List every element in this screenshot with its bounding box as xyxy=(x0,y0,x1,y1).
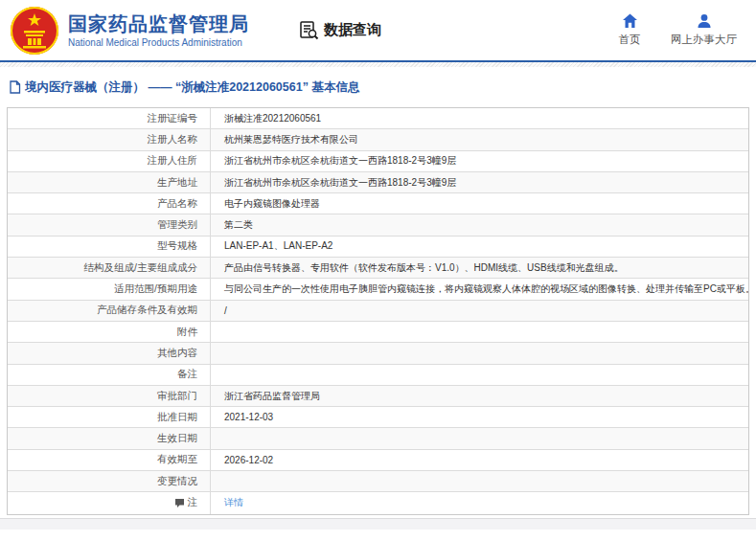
row-label: 审批部门 xyxy=(8,386,210,406)
table-row: 变更情况 xyxy=(8,471,748,492)
home-icon xyxy=(622,13,638,29)
agency-titles: 国家药品监督管理局 National Medical Products Admi… xyxy=(68,12,249,48)
table-row: 注册证编号浙械注准20212060561 xyxy=(8,108,748,129)
row-label: 产品储存条件及有效期 xyxy=(8,301,210,321)
row-label: 型号规格 xyxy=(8,237,210,257)
table-row: 其他内容 xyxy=(8,343,748,364)
row-value: 2021-12-03 xyxy=(210,407,748,427)
agency-title-en: National Medical Products Administration xyxy=(68,37,249,48)
row-value xyxy=(210,471,748,491)
row-value: 浙江省杭州市余杭区余杭街道文一西路1818-2号3幢9层 xyxy=(210,172,748,192)
table-row: 生效日期 xyxy=(8,428,748,449)
table-row: 注册人住所浙江省杭州市余杭区余杭街道文一西路1818-2号3幢9层 xyxy=(8,151,748,172)
table-row: 注详情 xyxy=(8,492,748,513)
nav-item-home[interactable]: 首页 xyxy=(613,13,646,47)
row-label: 结构及组成/主要组成成分 xyxy=(8,258,210,278)
row-label: 附件 xyxy=(8,322,210,342)
footer-bar xyxy=(0,518,756,530)
nav-label-service-hall: 网上办事大厅 xyxy=(671,33,737,47)
document-icon xyxy=(9,80,21,94)
site-header: 国家药品监督管理局 National Medical Products Admi… xyxy=(0,0,756,60)
agency-title-cn: 国家药品监督管理局 xyxy=(68,12,249,35)
table-row: 有效期至2026-12-02 xyxy=(8,450,748,471)
row-value xyxy=(210,365,748,385)
row-label: 有效期至 xyxy=(8,450,210,470)
row-value: 详情 xyxy=(210,492,748,513)
row-label: 注册人名称 xyxy=(8,129,210,149)
row-label: 备注 xyxy=(8,365,210,385)
row-label: 产品名称 xyxy=(8,193,210,214)
row-label: 管理类别 xyxy=(8,214,210,235)
row-value xyxy=(210,343,748,363)
table-row: 适用范围/预期用途与同公司生产的一次性使用电子胰胆管内窥镜连接，将内窥镜观察人体… xyxy=(8,279,748,300)
row-value: 浙江省药品监督管理局 xyxy=(210,386,748,406)
data-query-button[interactable]: 数据查询 xyxy=(299,20,381,40)
table-row: 结构及组成/主要组成成分产品由信号转换器、专用软件（软件发布版本号：V1.0）、… xyxy=(8,258,748,279)
row-value xyxy=(210,322,748,342)
row-value: 2026-12-02 xyxy=(210,450,748,470)
nmpa-logo: 国家药品监督管理局 National Medical Products Admi… xyxy=(10,6,249,56)
row-value: 电子内窥镜图像处理器 xyxy=(210,193,748,214)
row-value: LAN-EP-A1、LAN-EP-A2 xyxy=(210,237,748,257)
info-table: 注册证编号浙械注准20212060561注册人名称杭州莱恩瑟特医疗技术有限公司注… xyxy=(7,107,749,515)
nav-item-service-hall[interactable]: 网上办事大厅 xyxy=(671,13,737,47)
row-label: 其他内容 xyxy=(8,343,210,363)
row-value: 杭州莱恩瑟特医疗技术有限公司 xyxy=(210,129,748,149)
table-row: 型号规格LAN-EP-A1、LAN-EP-A2 xyxy=(8,237,748,258)
data-query-label: 数据查询 xyxy=(324,21,381,39)
row-value: 与同公司生产的一次性使用电子胰胆管内窥镜连接，将内窥镜观察人体体腔的视场区域的图… xyxy=(210,279,748,299)
row-label: 变更情况 xyxy=(8,471,210,491)
table-row: 审批部门浙江省药品监督管理局 xyxy=(8,386,748,407)
table-row: 附件 xyxy=(8,322,748,343)
table-row: 管理类别第二类 xyxy=(8,214,748,236)
table-row: 生产地址浙江省杭州市余杭区余杭街道文一西路1818-2号3幢9层 xyxy=(8,172,748,193)
note-icon xyxy=(174,498,185,508)
detail-link[interactable]: 详情 xyxy=(224,496,243,509)
row-value: 浙江省杭州市余杭区余杭街道文一西路1818-2号3幢9层 xyxy=(210,151,748,171)
breadcrumb: 境内医疗器械（注册） —— “浙械注准20212060561” 基本信息 xyxy=(0,67,756,107)
row-value: 产品由信号转换器、专用软件（软件发布版本号：V1.0）、HDMI线缆、USB线缆… xyxy=(210,258,748,278)
table-row: 备注 xyxy=(8,365,748,386)
row-label: 注册人住所 xyxy=(8,151,210,171)
top-nav: 首页 网上办事大厅 xyxy=(613,13,743,47)
row-value: 浙械注准20212060561 xyxy=(210,108,748,128)
breadcrumb-text: 境内医疗器械（注册） —— “浙械注准20212060561” 基本信息 xyxy=(25,79,359,96)
data-query-icon xyxy=(299,20,319,40)
user-icon xyxy=(697,13,712,29)
row-value: 第二类 xyxy=(210,214,748,235)
row-label: 注 xyxy=(8,492,210,513)
table-row: 批准日期2021-12-03 xyxy=(8,407,748,428)
table-row: 产品储存条件及有效期/ xyxy=(8,301,748,322)
nav-label-home: 首页 xyxy=(619,33,641,47)
row-label: 注册证编号 xyxy=(8,108,210,128)
table-row: 注册人名称杭州莱恩瑟特医疗技术有限公司 xyxy=(8,129,748,150)
row-value: / xyxy=(210,301,748,321)
row-label: 批准日期 xyxy=(8,407,210,427)
national-emblem-icon xyxy=(10,6,59,56)
row-label: 生效日期 xyxy=(8,428,210,448)
row-value xyxy=(210,428,748,448)
row-label: 适用范围/预期用途 xyxy=(8,279,210,299)
row-label: 生产地址 xyxy=(8,172,210,192)
table-row: 产品名称电子内窥镜图像处理器 xyxy=(8,193,748,214)
